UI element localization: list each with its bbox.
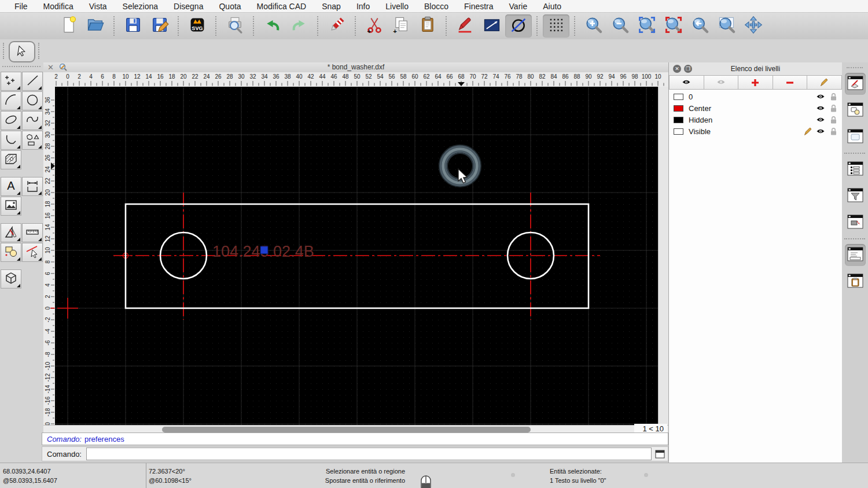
layer-color-swatch[interactable] xyxy=(674,94,683,100)
block-tool-button[interactable] xyxy=(1,243,21,262)
edit-layer-button[interactable] xyxy=(807,75,842,90)
delete-button[interactable] xyxy=(323,14,350,38)
svg-text:94: 94 xyxy=(608,73,615,80)
command-window-toggle-button[interactable] xyxy=(654,449,665,459)
menu-info[interactable]: Info xyxy=(356,2,370,11)
vertical-scrollbar[interactable] xyxy=(658,87,668,425)
toolbar-separator xyxy=(536,16,538,36)
remove-layer-button[interactable] xyxy=(773,75,808,90)
polyline-tool-button[interactable] xyxy=(1,131,21,150)
redo-button[interactable] xyxy=(286,14,312,38)
layer-lock-icon[interactable] xyxy=(827,116,840,124)
selection-filter-window-button[interactable] xyxy=(845,185,866,207)
measure-tool-button[interactable] xyxy=(22,223,43,242)
command-input[interactable] xyxy=(86,448,652,460)
menu-snap[interactable]: Snap xyxy=(322,2,341,11)
zoom-selection-button[interactable] xyxy=(660,14,687,38)
layer-row-center[interactable]: Center xyxy=(669,102,842,114)
toolbar-grip[interactable] xyxy=(38,43,39,59)
command-options-window-button[interactable] xyxy=(845,212,866,234)
menu-disegna[interactable]: Disegna xyxy=(174,2,203,11)
layer-visibility-eye-icon[interactable] xyxy=(814,127,827,135)
menu-seleziona[interactable]: Seleziona xyxy=(123,2,159,11)
layer-visibility-eye-icon[interactable] xyxy=(814,116,827,124)
layer-row-hidden[interactable]: Hidden xyxy=(669,114,842,125)
copy-button[interactable]: + xyxy=(388,14,414,38)
submenu-corner-icon xyxy=(17,86,20,90)
zoom-out-button[interactable] xyxy=(607,14,634,38)
polygon-tool-button[interactable] xyxy=(22,131,43,150)
layer-lock-icon[interactable] xyxy=(827,104,840,113)
modify-tool-button[interactable] xyxy=(22,243,43,262)
svg-text:32: 32 xyxy=(249,73,256,80)
text-tool-button[interactable]: A xyxy=(1,177,21,196)
construction-tool-button[interactable] xyxy=(1,223,21,242)
menu-varie[interactable]: Varie xyxy=(509,2,528,11)
block-list-window-button[interactable] xyxy=(845,99,866,121)
layer-visibility-eye-icon[interactable] xyxy=(814,93,827,101)
horizontal-ruler: 2024681012141618202224262830323436384042… xyxy=(43,72,668,87)
menu-aiuto[interactable]: Aiuto xyxy=(543,2,561,11)
spline-tool-button[interactable] xyxy=(22,111,43,130)
hatch-tool-button[interactable] xyxy=(1,150,21,169)
clipboard-window-button[interactable] xyxy=(845,271,866,293)
paste-button[interactable] xyxy=(414,14,441,38)
image-tool-button[interactable] xyxy=(1,197,21,216)
menu-blocco[interactable]: Blocco xyxy=(424,2,448,11)
print-preview-button[interactable] xyxy=(222,14,248,38)
svg-export-button[interactable]: SVG xyxy=(184,14,211,38)
cut-button[interactable]: + xyxy=(361,14,388,38)
menu-finestra[interactable]: Finestra xyxy=(464,2,494,11)
zoom-previous-button[interactable] xyxy=(687,14,713,38)
layer-list-window-button[interactable] xyxy=(845,73,866,95)
ellipse-tool-button[interactable] xyxy=(1,111,21,130)
zoom-previous-icon xyxy=(691,16,709,36)
horizontal-scrollbar-thumb[interactable] xyxy=(162,427,531,432)
circle-line-button[interactable] xyxy=(505,14,532,38)
grid-toggle-button[interactable] xyxy=(543,14,569,38)
show-all-eye-button[interactable] xyxy=(669,75,704,90)
undo-button[interactable] xyxy=(259,14,286,38)
points-tool-button[interactable] xyxy=(1,72,21,91)
drawing-canvas[interactable]: 104.245.02.4B xyxy=(55,87,658,425)
layer-visibility-eye-icon[interactable] xyxy=(814,104,827,112)
line-tool-button[interactable] xyxy=(22,72,43,91)
menu-file[interactable]: File xyxy=(14,2,28,11)
layer-lock-icon[interactable] xyxy=(827,127,840,136)
save-button[interactable] xyxy=(120,14,146,38)
open-file-button[interactable] xyxy=(82,14,109,38)
save-as-button[interactable] xyxy=(146,14,173,38)
menu-vista[interactable]: Vista xyxy=(89,2,107,11)
dimension-tool-button[interactable] xyxy=(22,177,43,196)
menu-modifica[interactable]: Modifica xyxy=(43,2,73,11)
layer-row-0[interactable]: 0 xyxy=(669,91,842,102)
menu-modifica-cad[interactable]: Modifica CAD xyxy=(257,2,307,11)
solid-3d-tool-button[interactable] xyxy=(1,269,21,289)
menu-quota[interactable]: Quota xyxy=(219,2,241,11)
library-browser-window-button[interactable] xyxy=(845,126,866,148)
hide-all-eye-button[interactable] xyxy=(704,75,739,90)
zoom-pan-button[interactable] xyxy=(740,14,767,38)
command-line-window-button[interactable] xyxy=(845,244,866,266)
menu-livello[interactable]: Livello xyxy=(385,2,409,11)
layer-detail-window-button[interactable] xyxy=(845,158,866,180)
toolbar-grip[interactable] xyxy=(3,43,4,59)
edit-pencil-button[interactable] xyxy=(452,14,479,38)
layer-color-swatch[interactable] xyxy=(674,105,683,112)
new-file-button[interactable] xyxy=(56,14,82,38)
circle-tool-button[interactable] xyxy=(22,91,43,110)
dock-grip[interactable] xyxy=(847,67,863,68)
zoom-window-button[interactable] xyxy=(713,14,740,38)
layer-row-visible[interactable]: Visible xyxy=(669,125,842,137)
palette-grip[interactable] xyxy=(2,66,41,67)
distance-line-button[interactable] xyxy=(479,14,505,38)
svg-text:-12: -12 xyxy=(45,373,51,382)
arc-tool-button[interactable] xyxy=(1,91,21,110)
layer-color-swatch[interactable] xyxy=(674,117,683,123)
zoom-auto-button[interactable] xyxy=(634,14,660,38)
layer-lock-icon[interactable] xyxy=(827,93,840,101)
select-tool-button[interactable] xyxy=(9,41,35,62)
zoom-in-button[interactable] xyxy=(580,14,607,38)
add-layer-button[interactable] xyxy=(738,75,773,90)
layer-color-swatch[interactable] xyxy=(674,128,683,135)
